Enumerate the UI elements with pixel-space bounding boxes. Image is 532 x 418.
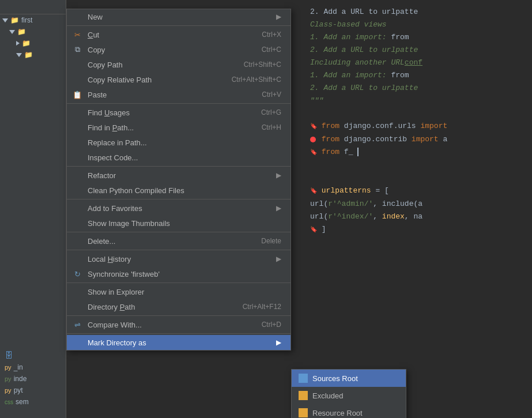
separator-8 xyxy=(67,315,290,316)
sidebar-bottom-items: 🗄 py _in py inde py pyt css sem xyxy=(0,349,66,408)
copy-icon: ⧉ xyxy=(71,45,83,54)
folder-icon: 📁 xyxy=(17,28,26,36)
sidebar-header xyxy=(0,0,66,14)
menu-item-show-image-thumbnails[interactable]: Show Image Thumbnails xyxy=(67,216,290,231)
expand-icon xyxy=(2,18,8,22)
menu-item-show-in-explorer[interactable]: Show in Explorer xyxy=(67,284,290,299)
menu-item-paste[interactable]: 📋 Paste Ctrl+V xyxy=(67,87,290,102)
submenu-item-resource-root[interactable]: Resource Root xyxy=(292,404,406,418)
sidebar-folder-first[interactable]: 📁 first xyxy=(0,14,66,26)
code-line: Including another URLconf xyxy=(310,57,523,69)
file-label: inde xyxy=(14,375,27,383)
code-line xyxy=(310,159,523,172)
menu-item-cut[interactable]: ✂ Cut Ctrl+X xyxy=(67,27,290,42)
menu-label-show-thumbnails: Show Image Thumbnails xyxy=(88,219,281,228)
sidebar-subfolder-1[interactable]: 📁 xyxy=(7,26,66,37)
sidebar-item-py3[interactable]: py pyt xyxy=(0,385,66,396)
mark-directory-submenu: Sources Root Excluded Resource Root Temp… xyxy=(291,369,406,418)
sidebar: 📁 first 📁 📁 📁 🗄 py _in py ind xyxy=(0,0,66,418)
menu-item-directory-path[interactable]: Directory Path Ctrl+Alt+F12 xyxy=(67,299,290,314)
menu-item-new[interactable]: New ▶ xyxy=(67,9,290,24)
code-line xyxy=(310,172,523,184)
submenu-arrow-history: ▶ xyxy=(276,255,281,263)
context-menu: New ▶ ✂ Cut Ctrl+X ⧉ Copy Ctrl+C Copy Pa… xyxy=(66,9,291,351)
shortcut-copy-relative-path: Ctrl+Alt+Shift+C xyxy=(232,76,281,84)
menu-item-copy[interactable]: ⧉ Copy Ctrl+C xyxy=(67,42,290,57)
db-icon: 🗄 xyxy=(5,351,13,360)
sources-root-icon xyxy=(299,374,308,383)
menu-item-add-to-favorites[interactable]: Add to Favorites ▶ xyxy=(67,201,290,216)
separator-9 xyxy=(67,333,290,334)
collapse-icon xyxy=(16,41,20,46)
menu-label-replace-in-path: Replace in Path... xyxy=(88,138,281,147)
separator-2 xyxy=(67,103,290,104)
code-line xyxy=(310,107,523,120)
menu-label-find-usages: Find Usages xyxy=(88,108,250,117)
expand-icon xyxy=(9,30,15,34)
shortcut-copy: Ctrl+C xyxy=(262,46,281,54)
code-line: from django.contrib import a xyxy=(310,133,523,146)
submenu-label-resource-root: Resource Root xyxy=(312,409,363,417)
menu-item-refactor[interactable]: Refactor ▶ xyxy=(67,168,290,183)
menu-label-copy-relative-path: Copy Relative Path xyxy=(88,76,220,84)
menu-item-mark-directory[interactable]: Mark Directory as ▶ xyxy=(67,335,290,350)
folder-icon: 📁 xyxy=(22,39,31,47)
menu-label-cut: Cut xyxy=(88,31,250,39)
menu-item-clean-python[interactable]: Clean Python Compiled Files xyxy=(67,183,290,198)
menu-label-show-in-explorer: Show in Explorer xyxy=(88,288,281,296)
shortcut-delete: Delete xyxy=(261,237,281,245)
sidebar-item-py1[interactable]: py _in xyxy=(0,361,66,373)
menu-item-delete[interactable]: Delete... Delete xyxy=(67,234,290,248)
resource-root-icon xyxy=(299,408,308,417)
menu-item-copy-relative-path[interactable]: Copy Relative Path Ctrl+Alt+Shift+C xyxy=(67,72,290,87)
code-line: 🔖 from django.conf.urls import xyxy=(310,120,523,133)
py-icon: py xyxy=(5,364,12,371)
code-line: url(r'^admin/', include(a xyxy=(310,198,523,210)
menu-label-inspect-code: Inspect Code... xyxy=(88,153,281,162)
menu-label-mark-directory: Mark Directory as xyxy=(88,338,276,347)
code-line: 1. Add an import: from xyxy=(310,69,523,82)
menu-label-synchronize: Synchronize 'firstweb' xyxy=(88,270,281,278)
folder-icon: 📁 xyxy=(24,51,33,59)
sidebar-item-db[interactable]: 🗄 xyxy=(0,349,66,361)
menu-item-synchronize[interactable]: ↻ Synchronize 'firstweb' xyxy=(67,266,290,281)
menu-item-find-in-path[interactable]: Find in Path... Ctrl+H xyxy=(67,120,290,135)
code-line: 1. Add an import: from xyxy=(310,31,523,44)
shortcut-paste: Ctrl+V xyxy=(262,91,281,99)
code-line: 2. Add a URL to urlpatte xyxy=(310,6,523,18)
menu-item-replace-in-path[interactable]: Replace in Path... xyxy=(67,135,290,150)
py-icon: py xyxy=(5,375,12,382)
submenu-item-sources-root[interactable]: Sources Root xyxy=(292,370,406,387)
expand-icon xyxy=(16,53,22,57)
menu-label-new: New xyxy=(88,13,276,21)
separator-7 xyxy=(67,283,290,283)
separator-1 xyxy=(67,25,290,26)
menu-label-add-to-favorites: Add to Favorites xyxy=(88,204,276,213)
sidebar-subfolder-2[interactable]: 📁 xyxy=(14,37,66,49)
menu-item-inspect-code[interactable]: Inspect Code... xyxy=(67,150,290,165)
submenu-label-sources-root: Sources Root xyxy=(312,374,358,383)
menu-label-clean-python: Clean Python Compiled Files xyxy=(88,186,281,195)
menu-label-directory-path: Directory Path xyxy=(88,303,231,311)
menu-label-copy: Copy xyxy=(88,46,250,54)
menu-item-find-usages[interactable]: Find Usages Ctrl+G xyxy=(67,105,290,120)
menu-label-refactor: Refactor xyxy=(88,171,276,180)
paste-icon: 📋 xyxy=(71,91,83,99)
submenu-arrow-refactor: ▶ xyxy=(276,171,281,179)
menu-label-find-in-path: Find in Path... xyxy=(88,123,250,132)
code-line: """ xyxy=(310,95,523,107)
compare-icon: ⇌ xyxy=(71,321,83,329)
submenu-item-excluded[interactable]: Excluded xyxy=(292,387,406,404)
submenu-label-excluded: Excluded xyxy=(312,391,343,400)
sidebar-item-py2[interactable]: py inde xyxy=(0,373,66,385)
menu-item-compare-with[interactable]: ⇌ Compare With... Ctrl+D xyxy=(67,317,290,332)
code-line: Class-based views xyxy=(310,18,523,31)
separator-6 xyxy=(67,250,290,250)
shortcut-compare-with: Ctrl+D xyxy=(262,321,281,329)
menu-item-local-history[interactable]: Local History ▶ xyxy=(67,251,290,266)
menu-label-copy-path: Copy Path xyxy=(88,61,232,69)
submenu-arrow-mark: ▶ xyxy=(276,338,281,347)
sidebar-item-css[interactable]: css sem xyxy=(0,396,66,408)
menu-item-copy-path[interactable]: Copy Path Ctrl+Shift+C xyxy=(67,57,290,72)
sidebar-subfolder-3[interactable]: 📁 xyxy=(14,49,66,61)
